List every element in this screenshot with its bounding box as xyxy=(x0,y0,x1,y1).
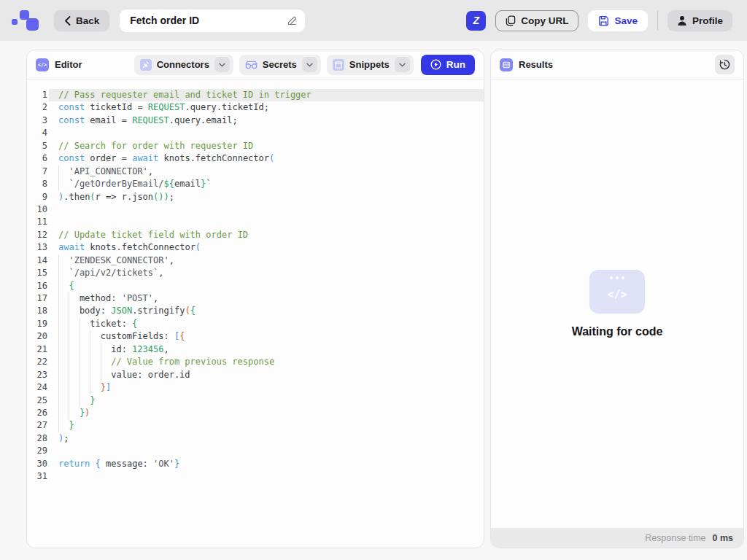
results-panel-title: Results xyxy=(519,59,553,70)
save-button[interactable]: Save xyxy=(588,10,648,31)
code-line[interactable]: 23value: order.id xyxy=(27,369,484,381)
snippets-dropdown[interactable]: Snippets xyxy=(327,55,414,75)
zendesk-logo-icon: Z xyxy=(473,15,479,26)
code-line[interactable]: 7'API_CONNECTOR', xyxy=(27,166,484,178)
code-line[interactable]: 27} xyxy=(27,419,484,432)
browser-window-icon xyxy=(333,59,344,71)
results-body: </> Waiting for code xyxy=(491,79,743,528)
code-line[interactable]: 19ticket: { xyxy=(27,318,484,330)
app-logo-icon xyxy=(10,7,41,34)
code-line[interactable]: 1// Pass requester email and ticket ID i… xyxy=(27,89,484,101)
zendesk-button[interactable]: Z xyxy=(466,11,486,31)
code-line[interactable]: 20customFields: [{ xyxy=(27,330,484,343)
connectors-label: Connectors xyxy=(157,59,209,70)
person-icon xyxy=(677,15,687,26)
editor-panel: </> Editor Connectors Secrets xyxy=(26,50,484,548)
editor-panel-title: Editor xyxy=(55,59,82,70)
code-line[interactable]: 25} xyxy=(27,394,484,407)
chevron-left-icon xyxy=(64,16,71,26)
code-line[interactable]: 30return { message: 'OK'} xyxy=(27,458,484,470)
code-line[interactable]: 28); xyxy=(27,432,484,445)
editor-code-icon: </> xyxy=(36,58,49,71)
code-editor[interactable]: 1// Pass requester email and ticket ID i… xyxy=(27,79,484,548)
copy-url-button[interactable]: Copy URL xyxy=(495,10,578,31)
code-line[interactable]: 3const email = REQUEST.query.email; xyxy=(27,114,484,127)
code-line[interactable]: 29 xyxy=(27,445,484,457)
topbar: Back Fetch order ID Z Copy URL Save Prof… xyxy=(0,0,747,41)
response-time-value: 0 ms xyxy=(713,533,734,543)
pencil-icon xyxy=(287,15,298,26)
floppy-icon xyxy=(598,15,609,26)
code-line[interactable]: 16{ xyxy=(27,280,484,292)
history-button[interactable] xyxy=(715,55,735,74)
copy-icon xyxy=(506,15,516,26)
chevron-down-icon xyxy=(302,57,317,72)
results-footer: Response time 0 ms xyxy=(491,528,743,548)
code-line[interactable]: 10 xyxy=(27,203,484,216)
glasses-icon xyxy=(245,61,258,69)
code-line[interactable]: 12// Update ticket field with order ID xyxy=(27,229,484,241)
code-line[interactable]: 21id: 123456, xyxy=(27,343,484,356)
results-table-icon xyxy=(500,58,513,71)
editor-panel-header: </> Editor Connectors Secrets xyxy=(27,50,484,79)
workflow-title-text: Fetch order ID xyxy=(130,15,199,26)
workflow-title-input[interactable]: Fetch order ID xyxy=(120,9,305,32)
code-line[interactable]: 24}] xyxy=(27,381,484,394)
code-line[interactable]: 2const ticketId = REQUEST.query.ticketId… xyxy=(27,101,484,114)
code-line[interactable]: 6const order = await knots.fetchConnecto… xyxy=(27,152,484,165)
history-clock-icon xyxy=(719,59,730,70)
chevron-down-icon xyxy=(214,57,230,72)
code-window-icon: </> xyxy=(589,270,645,314)
chevron-down-icon xyxy=(395,57,410,72)
secrets-label: Secrets xyxy=(263,59,297,70)
code-glyph: </> xyxy=(607,288,627,301)
plug-icon xyxy=(140,59,152,71)
code-line[interactable]: 26}) xyxy=(27,407,484,419)
code-line[interactable]: 15`/api/v2/tickets`, xyxy=(27,267,484,279)
back-label: Back xyxy=(76,15,99,26)
code-line[interactable]: 14'ZENDESK_CONNECTOR', xyxy=(27,254,484,267)
code-line[interactable]: 9).then(r => r.json()); xyxy=(27,191,484,203)
code-line[interactable]: 13await knots.fetchConnector( xyxy=(27,241,484,254)
run-label: Run xyxy=(446,59,465,70)
response-time-label: Response time xyxy=(645,533,705,543)
play-icon xyxy=(430,59,441,70)
snippets-label: Snippets xyxy=(349,59,390,70)
edit-title-button[interactable] xyxy=(287,15,298,26)
secrets-dropdown[interactable]: Secrets xyxy=(239,55,321,75)
profile-label: Profile xyxy=(692,15,723,26)
copy-url-label: Copy URL xyxy=(521,15,568,26)
code-line[interactable]: 8`/getOrderByEmail/${email}` xyxy=(27,178,484,190)
code-line[interactable]: 11 xyxy=(27,216,484,228)
code-line[interactable]: 17method: 'POST', xyxy=(27,292,484,305)
connectors-dropdown[interactable]: Connectors xyxy=(134,55,233,75)
profile-button[interactable]: Profile xyxy=(667,10,732,31)
code-line[interactable]: 18body: JSON.stringify({ xyxy=(27,305,484,317)
back-button[interactable]: Back xyxy=(54,10,109,31)
run-button[interactable]: Run xyxy=(421,55,475,75)
results-panel: Results </> Waiting for code Response ti… xyxy=(490,50,744,548)
code-line[interactable]: 22// Value from previous response xyxy=(27,356,484,368)
code-line[interactable]: 4 xyxy=(27,127,484,139)
code-line[interactable]: 5// Search for order with requester ID xyxy=(27,140,484,152)
topbar-divider xyxy=(657,11,658,30)
code-line[interactable]: 31 xyxy=(27,470,484,483)
waiting-for-code-text: Waiting for code xyxy=(572,325,663,338)
save-label: Save xyxy=(614,15,638,26)
code-lines: 1// Pass requester email and ticket ID i… xyxy=(27,89,484,483)
results-panel-header: Results xyxy=(491,50,743,79)
